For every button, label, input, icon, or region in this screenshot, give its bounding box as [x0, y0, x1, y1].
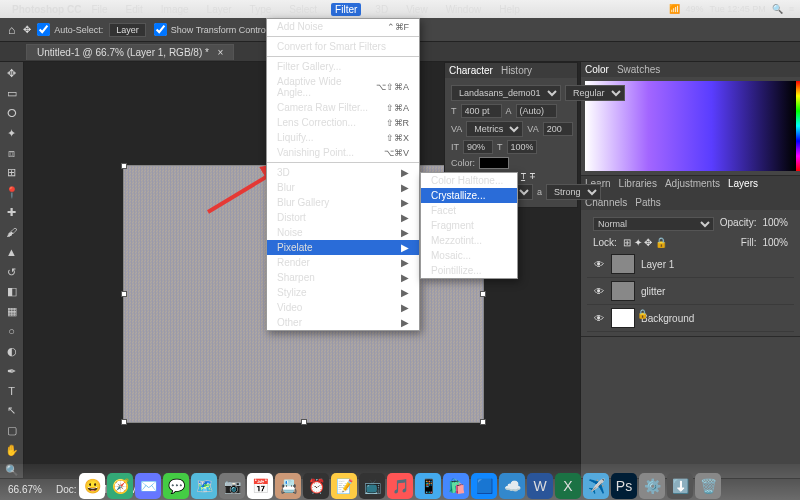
tab-layers[interactable]: Layers: [728, 178, 758, 189]
opacity-value[interactable]: 100%: [762, 217, 788, 231]
stamp-tool-icon[interactable]: ▲: [3, 244, 21, 260]
dock-app-icon[interactable]: 🛍️: [443, 473, 469, 499]
path-tool-icon[interactable]: ↖: [3, 403, 21, 419]
dock-app-icon[interactable]: ☁️: [499, 473, 525, 499]
pixelate-mezzotint[interactable]: Mezzotint...: [421, 233, 517, 248]
pixelate-crystallize[interactable]: Crystallize...: [421, 188, 517, 203]
brush-tool-icon[interactable]: 🖌: [3, 225, 21, 241]
layer-row[interactable]: 👁glitter: [587, 278, 794, 305]
dock-app-icon[interactable]: ⚙️: [639, 473, 665, 499]
dock-app-icon[interactable]: 😀: [79, 473, 105, 499]
dock-app-icon[interactable]: 📝: [331, 473, 357, 499]
filter-last[interactable]: Add Noise⌃⌘F: [267, 19, 419, 34]
menu-file[interactable]: File: [87, 3, 111, 16]
filter-video[interactable]: Video▶: [267, 300, 419, 315]
transform-handle[interactable]: [480, 291, 486, 297]
font-style-select[interactable]: Regular: [565, 85, 625, 101]
antialias-select[interactable]: Strong: [546, 184, 601, 200]
filter-blur-gallery[interactable]: Blur Gallery▶: [267, 195, 419, 210]
marquee-tool-icon[interactable]: ▭: [3, 86, 21, 102]
dock-app-icon[interactable]: ✈️: [583, 473, 609, 499]
menu-3d[interactable]: 3D: [371, 3, 392, 16]
spotlight-icon[interactable]: 🔍: [772, 4, 783, 14]
filter-3d[interactable]: 3D▶: [267, 165, 419, 180]
filter-stylize[interactable]: Stylize▶: [267, 285, 419, 300]
tab-character[interactable]: Character: [449, 65, 493, 76]
close-tab-icon[interactable]: ×: [217, 47, 223, 58]
autoselect-checkbox[interactable]: [37, 23, 50, 36]
vscale-input[interactable]: [463, 140, 493, 154]
filter-gallery[interactable]: Filter Gallery...: [267, 59, 419, 74]
tracking-input[interactable]: [543, 122, 573, 136]
dock-app-icon[interactable]: 🗑️: [695, 473, 721, 499]
layer-row[interactable]: 👁Background: [587, 305, 794, 332]
shape-tool-icon[interactable]: ▢: [3, 423, 21, 439]
filter-convert-smart[interactable]: Convert for Smart Filters: [267, 39, 419, 54]
dock-app-icon[interactable]: 📷: [219, 473, 245, 499]
status-wifi-icon[interactable]: 📶: [669, 4, 680, 14]
visibility-icon[interactable]: 👁: [593, 286, 605, 297]
type-tool-icon[interactable]: T: [3, 383, 21, 399]
dock-app-icon[interactable]: 📇: [275, 473, 301, 499]
text-color-swatch[interactable]: [479, 157, 509, 169]
pixelate-facet[interactable]: Facet: [421, 203, 517, 218]
transform-handle[interactable]: [301, 419, 307, 425]
pixelate-fragment[interactable]: Fragment: [421, 218, 517, 233]
menu-image[interactable]: Image: [157, 3, 193, 16]
move-tool-icon[interactable]: ✥: [3, 66, 21, 82]
tab-adjustments[interactable]: Adjustments: [665, 178, 720, 189]
filter-camera-raw[interactable]: Camera Raw Filter...⇧⌘A: [267, 100, 419, 115]
tab-swatches[interactable]: Swatches: [617, 64, 660, 75]
eyedropper-icon[interactable]: 📍: [3, 185, 21, 201]
hscale-input[interactable]: [507, 140, 537, 154]
tab-history[interactable]: History: [501, 65, 532, 76]
filter-adaptive[interactable]: Adaptive Wide Angle...⌥⇧⌘A: [267, 74, 419, 100]
menu-edit[interactable]: Edit: [122, 3, 147, 16]
menu-window[interactable]: Window: [442, 3, 486, 16]
blur-tool-icon[interactable]: ○: [3, 324, 21, 340]
autoselect-dropdown[interactable]: Layer: [109, 23, 146, 37]
dock-app-icon[interactable]: ✉️: [135, 473, 161, 499]
dock-app-icon[interactable]: 📺: [359, 473, 385, 499]
dodge-tool-icon[interactable]: ◐: [3, 343, 21, 359]
status-battery[interactable]: 49%: [686, 4, 704, 14]
filter-noise[interactable]: Noise▶: [267, 225, 419, 240]
dock-app-icon[interactable]: W: [527, 473, 553, 499]
dock-app-icon[interactable]: 🧭: [107, 473, 133, 499]
filter-distort[interactable]: Distort▶: [267, 210, 419, 225]
pixelate-color-halftone[interactable]: Color Halftone...: [421, 173, 517, 188]
menu-view[interactable]: View: [402, 3, 432, 16]
filter-vanishing[interactable]: Vanishing Point...⌥⌘V: [267, 145, 419, 160]
fill-value[interactable]: 100%: [762, 237, 788, 248]
transform-handle[interactable]: [121, 419, 127, 425]
lock-icons[interactable]: ⊞ ✦ ✥ 🔒: [623, 237, 667, 248]
menu-select[interactable]: Select: [285, 3, 321, 16]
layer-row[interactable]: 👁Layer 1: [587, 251, 794, 278]
transform-handle[interactable]: [480, 419, 486, 425]
document-tab[interactable]: Untitled-1 @ 66.7% (Layer 1, RGB/8) * ×: [26, 44, 234, 60]
dock-app-icon[interactable]: 📱: [415, 473, 441, 499]
tab-paths[interactable]: Paths: [635, 197, 661, 208]
font-family-select[interactable]: Landasans_demo01: [451, 85, 561, 101]
lasso-tool-icon[interactable]: ⵔ: [3, 106, 21, 122]
filter-liquify[interactable]: Liquify...⇧⌘X: [267, 130, 419, 145]
dock-app-icon[interactable]: 🟦: [471, 473, 497, 499]
dock-app-icon[interactable]: ⬇️: [667, 473, 693, 499]
dock-app-icon[interactable]: 🗺️: [191, 473, 217, 499]
frame-tool-icon[interactable]: ⊞: [3, 165, 21, 181]
filter-blur[interactable]: Blur▶: [267, 180, 419, 195]
dock-app-icon[interactable]: X: [555, 473, 581, 499]
visibility-icon[interactable]: 👁: [593, 313, 605, 324]
font-size-input[interactable]: [461, 104, 502, 118]
transform-handle[interactable]: [121, 163, 127, 169]
filter-sharpen[interactable]: Sharpen▶: [267, 270, 419, 285]
filter-other[interactable]: Other▶: [267, 315, 419, 330]
eraser-tool-icon[interactable]: ◧: [3, 284, 21, 300]
crop-tool-icon[interactable]: ⧈: [3, 145, 21, 161]
kerning-select[interactable]: Metrics: [466, 121, 523, 137]
menu-filter[interactable]: Filter: [331, 3, 361, 16]
tab-libraries[interactable]: Libraries: [619, 178, 657, 189]
dock-app-icon[interactable]: Ps: [611, 473, 637, 499]
pen-tool-icon[interactable]: ✒: [3, 363, 21, 379]
filter-lens[interactable]: Lens Correction...⇧⌘R: [267, 115, 419, 130]
